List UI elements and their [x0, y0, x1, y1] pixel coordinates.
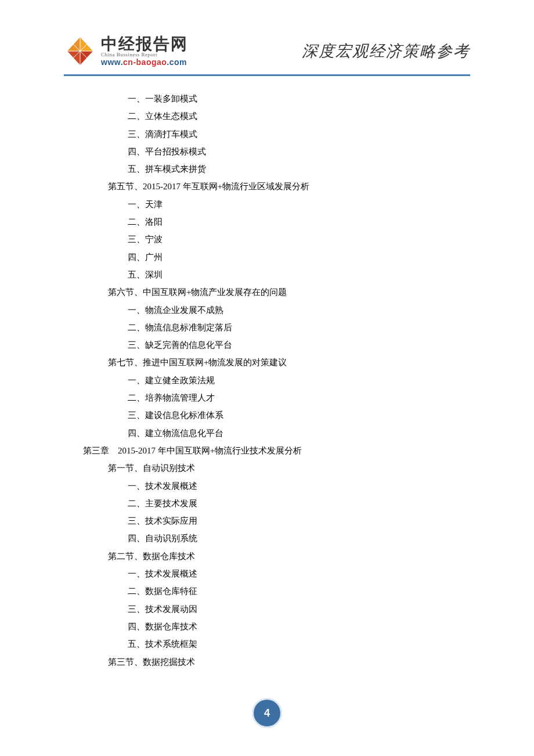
toc-line: 四、平台招投标模式	[64, 143, 470, 160]
toc-line: 第五节、2015-2017 年互联网+物流行业区域发展分析	[64, 178, 470, 195]
toc-line: 四、广州	[64, 249, 470, 266]
toc-line: 一、一装多卸模式	[64, 90, 470, 107]
toc-line: 一、技术发展概述	[64, 477, 470, 495]
toc-line: 第三章 2015-2017 年中国互联网+物流行业技术发展分析	[64, 442, 470, 459]
toc-line: 四、数据仓库技术	[64, 618, 470, 635]
page-header: 中经报告网 China Bussiness Report www.cn-baog…	[64, 35, 470, 76]
toc-line: 二、洛阳	[64, 213, 470, 231]
logo-subtitle: China Bussiness Report	[101, 52, 188, 57]
toc-line: 五、深圳	[64, 266, 470, 283]
page-number-badge: 4	[252, 698, 282, 728]
logo-title: 中经报告网	[101, 35, 188, 53]
logo-icon	[64, 35, 96, 67]
toc-line: 三、缺乏完善的信息化平台	[64, 336, 470, 354]
toc-line: 第七节、推进中国互联网+物流发展的对策建议	[64, 354, 470, 371]
toc-line: 一、建立健全政策法规	[64, 372, 470, 389]
toc-line: 二、物流信息标准制定落后	[64, 319, 470, 336]
toc-line: 一、物流企业发展不成熟	[64, 301, 470, 319]
toc-line: 二、主要技术发展	[64, 495, 470, 512]
toc-line: 二、数据仓库特征	[64, 582, 470, 600]
page-footer: 4	[0, 698, 534, 728]
toc-content: 一、一装多卸模式二、立体生态模式三、滴滴打车模式四、平台招投标模式五、拼车模式来…	[64, 87, 470, 671]
toc-line: 三、建设信息化标准体系	[64, 406, 470, 424]
logo-block: 中经报告网 China Bussiness Report www.cn-baog…	[64, 35, 188, 67]
toc-line: 三、技术发展动因	[64, 600, 470, 618]
toc-line: 三、技术实际应用	[64, 512, 470, 530]
toc-line: 第二节、数据仓库技术	[64, 548, 470, 565]
toc-line: 二、培养物流管理人才	[64, 389, 470, 406]
toc-line: 一、天津	[64, 196, 470, 213]
toc-line: 第六节、中国互联网+物流产业发展存在的问题	[64, 283, 470, 301]
toc-line: 四、自动识别系统	[64, 530, 470, 547]
toc-line: 一、技术发展概述	[64, 565, 470, 582]
toc-line: 三、宁波	[64, 231, 470, 248]
toc-line: 五、技术系统框架	[64, 635, 470, 653]
logo-text: 中经报告网 China Bussiness Report www.cn-baog…	[101, 35, 188, 67]
logo-url: www.cn-baogao.com	[101, 57, 188, 67]
document-page: 中经报告网 China Bussiness Report www.cn-baog…	[0, 0, 534, 756]
toc-line: 五、拼车模式来拼货	[64, 160, 470, 178]
toc-line: 二、立体生态模式	[64, 107, 470, 125]
toc-line: 三、滴滴打车模式	[64, 125, 470, 143]
header-tagline: 深度宏观经济策略参考	[302, 41, 470, 62]
toc-line: 第一节、自动识别技术	[64, 459, 470, 477]
toc-line: 四、建立物流信息化平台	[64, 424, 470, 442]
toc-line: 第三节、数据挖掘技术	[64, 653, 470, 671]
